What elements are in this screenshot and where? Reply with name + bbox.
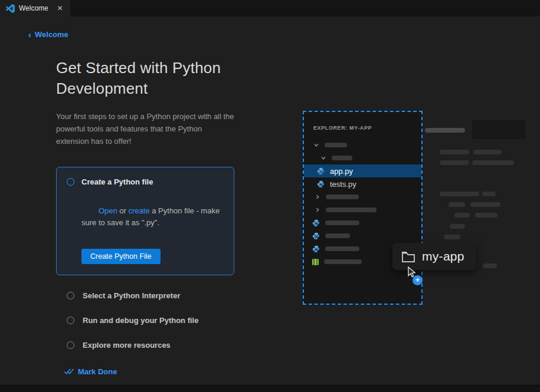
step-select-interpreter[interactable]: Select a Python Interpreter xyxy=(56,291,234,300)
skeleton-bar xyxy=(475,213,498,218)
radio-run-debug[interactable] xyxy=(67,317,74,324)
breadcrumb-label: Welcome xyxy=(35,30,68,39)
step-run-debug[interactable]: Run and debug your Python file xyxy=(56,316,234,325)
skeleton-bar xyxy=(470,202,500,207)
breadcrumb-welcome-link[interactable]: ‹ Welcome xyxy=(28,30,68,39)
file-name: tests.py xyxy=(330,180,356,189)
create-python-file-button[interactable]: Create Python File xyxy=(81,249,161,264)
step-explore-resources[interactable]: Explore more resources xyxy=(56,341,234,350)
skeleton-bar xyxy=(449,202,465,207)
placeholder-bar xyxy=(325,233,350,238)
skeleton-bar xyxy=(450,224,465,229)
mark-done-link[interactable]: Mark Done xyxy=(64,367,117,376)
step-create-python-file[interactable]: Create a Python file Open or create a Py… xyxy=(56,167,234,275)
tree-item-placeholder xyxy=(304,203,421,216)
explorer-panel-illustration: EXPLORER: MY-APP app.py tests.py xyxy=(303,111,423,305)
python-file-icon xyxy=(312,245,320,253)
tab-bar: Welcome ✕ xyxy=(0,0,540,17)
vscode-logo-icon xyxy=(6,4,15,13)
step-label: Explore more resources xyxy=(83,341,171,350)
placeholder-bar xyxy=(326,207,377,212)
placeholder-bar xyxy=(326,195,359,199)
radio-explore-resources[interactable] xyxy=(67,341,74,349)
skeleton-bar xyxy=(472,120,525,139)
tree-item-tests.py: tests.py xyxy=(304,177,421,190)
chevron-down-icon xyxy=(320,155,326,161)
desc-text: or xyxy=(117,206,129,215)
python-file-icon xyxy=(312,232,320,240)
chevron-down-icon xyxy=(313,142,319,148)
tree-item-placeholder xyxy=(304,229,421,242)
tab-close-icon[interactable]: ✕ xyxy=(57,4,63,12)
tab-welcome[interactable]: Welcome ✕ xyxy=(0,0,70,17)
skeleton-bar xyxy=(483,263,497,268)
skeleton-bar xyxy=(440,160,469,165)
step-label: Run and debug your Python file xyxy=(83,316,198,325)
tree-item-placeholder xyxy=(304,151,421,164)
radio-select-interpreter[interactable] xyxy=(67,292,74,299)
placeholder-bar xyxy=(324,259,362,264)
skeleton-bar xyxy=(440,150,469,154)
chevron-left-icon: ‹ xyxy=(28,30,31,39)
drag-tooltip: my-app xyxy=(392,243,476,270)
page-description: Your first steps to set up a Python proj… xyxy=(56,111,234,147)
tab-title: Welcome xyxy=(19,4,48,12)
file-name: app.py xyxy=(330,167,353,176)
tree-item-placeholder xyxy=(304,242,421,255)
drag-tooltip-label: my-app xyxy=(422,249,464,263)
tree-item-placeholder xyxy=(304,216,421,229)
placeholder-bar xyxy=(332,156,352,160)
step-label: Select a Python Interpreter xyxy=(83,291,180,300)
skeleton-bar xyxy=(473,150,502,154)
tree-item-placeholder xyxy=(304,190,421,203)
mark-done-label: Mark Done xyxy=(78,367,117,376)
open-file-link[interactable]: Open xyxy=(99,206,117,215)
tree-item-placeholder xyxy=(304,255,421,268)
python-file-icon xyxy=(312,219,320,227)
status-bar-edge xyxy=(0,385,540,392)
skeleton-bar xyxy=(444,235,460,239)
step-create-title: Create a Python file xyxy=(81,177,153,186)
placeholder-bar xyxy=(325,220,359,225)
skeleton-bar xyxy=(440,192,479,196)
chevron-right-icon xyxy=(315,207,320,213)
radio-create-python-file[interactable] xyxy=(67,178,74,186)
skeleton-bar xyxy=(482,192,496,196)
placeholder-bar xyxy=(325,143,347,147)
folder-icon xyxy=(401,251,415,263)
skeleton-bar xyxy=(425,128,465,133)
step-create-description: Open or create a Python file - make sure… xyxy=(81,194,223,240)
page-title: Get Started with Python Development xyxy=(56,58,234,99)
walkthrough-column: Get Started with Python Development Your… xyxy=(56,58,234,377)
python-file-icon xyxy=(317,167,325,175)
explorer-header: EXPLORER: MY-APP xyxy=(313,125,421,131)
file-tree: app.py tests.py xyxy=(304,139,421,268)
tree-item-app.py: app.py xyxy=(304,164,421,177)
placeholder-bar xyxy=(325,246,359,251)
skeleton-bar xyxy=(472,160,514,165)
welcome-page: ‹ Welcome Get Started with Python Develo… xyxy=(0,17,540,385)
create-file-link[interactable]: create xyxy=(129,206,150,215)
green-file-icon xyxy=(312,259,319,265)
tree-item-placeholder xyxy=(304,139,421,151)
mouse-cursor-icon xyxy=(407,266,416,280)
drag-copy-plus-icon: + xyxy=(413,275,423,285)
python-file-icon xyxy=(317,180,325,188)
skeleton-bar xyxy=(454,213,470,218)
chevron-right-icon xyxy=(315,194,320,200)
double-check-icon xyxy=(64,368,74,375)
